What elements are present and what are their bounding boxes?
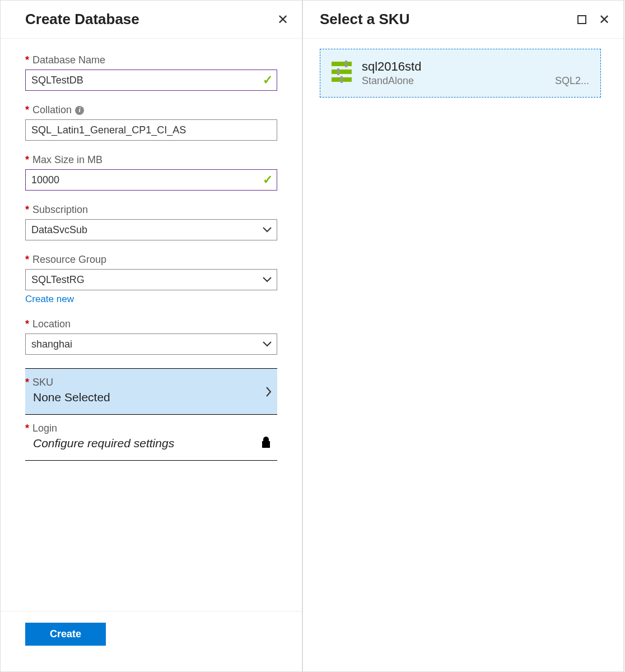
required-marker: * xyxy=(25,54,29,66)
field-location: * Location shanghai xyxy=(25,318,277,355)
subscription-value: DataSvcSub xyxy=(31,224,87,236)
login-value: Configure required settings xyxy=(25,437,272,450)
subscription-select[interactable]: DataSvcSub xyxy=(25,219,277,240)
field-subscription: * Subscription DataSvcSub xyxy=(25,204,277,240)
field-max-size: * Max Size in MB ✓ xyxy=(25,154,277,191)
label-location: Location xyxy=(32,318,71,330)
check-icon: ✓ xyxy=(263,173,273,187)
close-icon: ✕ xyxy=(599,13,610,26)
required-marker: * xyxy=(25,204,29,216)
label-resource-group: Resource Group xyxy=(32,254,106,266)
sku-card-text: sql2016std StandAlone SQL2... xyxy=(362,59,589,87)
required-marker: * xyxy=(25,423,29,434)
close-button-left[interactable]: ✕ xyxy=(277,14,288,25)
sku-value: None Selected xyxy=(25,391,272,404)
field-collation: * Collation i xyxy=(25,104,277,141)
sku-card[interactable]: sql2016std StandAlone SQL2... xyxy=(320,49,601,98)
label-database-name: Database Name xyxy=(32,54,105,66)
field-database-name: * Database Name ✓ xyxy=(25,54,277,91)
required-marker: * xyxy=(25,254,29,266)
panel-body-left: * Database Name ✓ * Collation i * Max xyxy=(1,39,302,611)
label-sku: SKU xyxy=(32,377,53,388)
collation-input[interactable] xyxy=(25,119,277,141)
panel-title-right: Select a SKU xyxy=(320,11,409,28)
required-marker: * xyxy=(25,104,29,116)
label-collation: Collation xyxy=(32,104,72,116)
panel-header-left: Create Database ✕ xyxy=(1,1,302,39)
panel-header-right: Select a SKU ✕ xyxy=(303,1,623,39)
required-marker: * xyxy=(25,318,29,330)
label-login: Login xyxy=(32,423,57,434)
location-select[interactable]: shanghai xyxy=(25,333,277,355)
panel-body-right: sql2016std StandAlone SQL2... xyxy=(303,39,623,671)
label-subscription: Subscription xyxy=(32,204,88,216)
sku-slider-icon xyxy=(332,59,352,82)
resource-group-value: SQLTestRG xyxy=(31,274,85,286)
create-new-link[interactable]: Create new xyxy=(25,294,74,305)
sku-version: SQL2... xyxy=(555,75,589,87)
field-resource-group: * Resource Group SQLTestRG Create new xyxy=(25,254,277,305)
required-marker: * xyxy=(25,154,29,166)
resource-group-select[interactable]: SQLTestRG xyxy=(25,269,277,290)
chevron-right-icon xyxy=(266,387,272,397)
sku-blade-item[interactable]: * SKU None Selected xyxy=(25,368,277,415)
sku-type: StandAlone xyxy=(362,75,414,87)
login-blade-item[interactable]: * Login Configure required settings xyxy=(25,415,277,461)
max-size-input[interactable] xyxy=(25,169,277,191)
info-icon[interactable]: i xyxy=(75,106,84,115)
maximize-button[interactable] xyxy=(576,14,587,25)
panel-title-left: Create Database xyxy=(25,11,139,28)
close-icon: ✕ xyxy=(277,13,288,26)
lock-icon xyxy=(260,436,272,452)
label-max-size: Max Size in MB xyxy=(32,154,102,166)
create-button[interactable]: Create xyxy=(25,623,106,646)
select-sku-panel: Select a SKU ✕ sql2016std StandAlone SQL… xyxy=(302,0,624,672)
panel-footer-left: Create xyxy=(1,611,302,671)
create-database-panel: Create Database ✕ * Database Name ✓ * Co… xyxy=(0,0,302,672)
database-name-input[interactable] xyxy=(25,69,277,91)
required-marker: * xyxy=(25,377,29,388)
location-value: shanghai xyxy=(31,339,72,350)
maximize-icon xyxy=(577,15,586,24)
check-icon: ✓ xyxy=(263,73,273,87)
close-button-right[interactable]: ✕ xyxy=(599,14,610,25)
sku-name: sql2016std xyxy=(362,59,589,74)
